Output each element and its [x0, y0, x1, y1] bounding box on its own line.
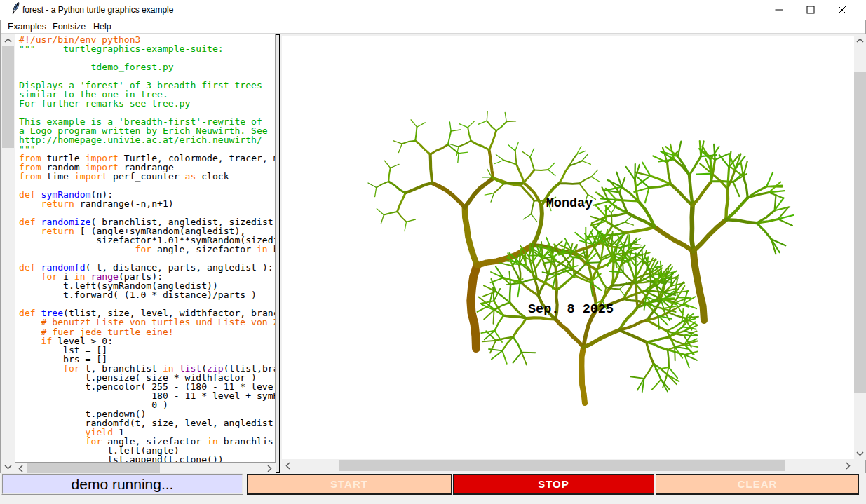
tree-branch	[689, 156, 701, 175]
tree-branch	[650, 176, 670, 184]
tree-branch	[484, 310, 494, 319]
code-line: return randrange(-n,n+1)	[19, 199, 276, 208]
canvas-hscroll-thumb[interactable]	[339, 460, 785, 471]
tree-branch	[504, 183, 525, 184]
tree-branch	[579, 177, 591, 184]
minimize-icon	[775, 6, 783, 14]
tree-branch	[432, 183, 465, 207]
tree-branch	[658, 315, 659, 329]
code-horizontal-scrollbar[interactable]	[15, 463, 276, 474]
tree-branch	[502, 350, 506, 363]
tree-branch	[398, 212, 407, 222]
tree-branch	[522, 353, 536, 353]
title-bar[interactable]: forest - a Python turtle graphics exampl…	[0, 0, 866, 20]
tree-branch	[381, 215, 384, 224]
menu-help[interactable]: Help	[89, 20, 116, 33]
tree-branch	[496, 122, 507, 131]
code-hscroll-thumb[interactable]	[27, 463, 160, 474]
menu-bar: Examples Fontsize Help	[1, 20, 865, 34]
tree-branch	[645, 188, 649, 203]
tree-branch	[610, 271, 623, 273]
tree-branch	[650, 271, 651, 289]
tree-branch	[533, 206, 542, 245]
tree-branch	[575, 233, 586, 241]
tree-branch	[508, 144, 515, 151]
tree-branch	[612, 222, 625, 227]
tree-branch	[649, 184, 671, 188]
tree-branch	[694, 219, 726, 251]
tree-branch	[458, 154, 459, 163]
tree-branch	[388, 168, 390, 182]
tree-branch	[632, 244, 642, 245]
tree-branch	[513, 337, 522, 353]
code-vertical-scrollbar[interactable]	[2, 34, 14, 473]
canvas-horizontal-scrollbar[interactable]	[282, 460, 854, 471]
tree-branch	[506, 121, 515, 122]
tree-branch	[468, 121, 475, 128]
stop-button[interactable]: STOP	[453, 474, 654, 495]
tree-branch	[743, 177, 747, 198]
tree-branch	[465, 207, 478, 266]
tree-branch	[668, 350, 684, 355]
canvas-text: Sep. 8 2025	[528, 302, 614, 317]
tree-branch	[526, 318, 555, 319]
tree-branch	[611, 213, 612, 227]
tree-branch	[451, 130, 460, 131]
tree-branch	[557, 275, 574, 290]
tree-branch	[668, 350, 669, 367]
clear-button[interactable]: CLEAR	[656, 474, 859, 495]
code-line: from time import perf_counter as clock	[19, 172, 276, 181]
tree-branch	[616, 200, 638, 201]
tree-branch	[505, 112, 506, 121]
menu-fontsize[interactable]: Fontsize	[48, 20, 90, 33]
tree-branch	[398, 193, 406, 212]
tree-branch	[532, 214, 537, 222]
tree-branch	[482, 341, 496, 342]
tree-branch	[375, 188, 377, 197]
tree-branch	[676, 284, 677, 297]
tree-branch	[661, 298, 675, 299]
window-title: forest - a Python turtle graphics exampl…	[22, 0, 173, 20]
scroll-down-icon	[4, 464, 12, 470]
tree-branch	[431, 144, 448, 154]
close-button[interactable]	[826, 0, 858, 20]
tree-branch	[407, 219, 416, 222]
tree-branch	[532, 200, 534, 214]
code-line: """ turtlegraphics-example-suite:	[19, 44, 276, 53]
tree-branch	[595, 205, 606, 217]
tree-branch	[636, 267, 637, 285]
tree-branch	[491, 278, 503, 282]
tree-branch	[696, 174, 712, 175]
tree-branch	[368, 183, 377, 188]
tree-branch	[384, 161, 390, 168]
tree-branch	[692, 206, 694, 252]
minimize-button[interactable]	[763, 0, 794, 20]
tree-branch	[517, 165, 525, 184]
tree-branch	[625, 227, 655, 233]
tree-branch	[399, 144, 402, 153]
tree-branch	[522, 353, 527, 365]
pane-sash[interactable]	[276, 34, 280, 473]
canvas-vscroll-thumb[interactable]	[854, 72, 866, 393]
source-code-view[interactable]: #!/usr/bin/env python3""" turtlegraphics…	[15, 34, 276, 463]
tree-branch	[391, 164, 399, 168]
tree-branch	[757, 223, 771, 239]
tree-branch	[625, 217, 632, 222]
tree-branch	[596, 270, 606, 288]
maximize-button[interactable]	[794, 0, 826, 20]
tree-branch	[601, 199, 616, 200]
tree-branch	[555, 267, 557, 290]
canvas-vertical-scrollbar[interactable]	[854, 34, 866, 460]
tree-branch	[625, 222, 634, 225]
tree-branch	[415, 141, 430, 155]
tree-branch	[642, 250, 643, 264]
tree-branch	[513, 264, 526, 265]
code-vscroll-thumb[interactable]	[2, 46, 14, 148]
tree-branch	[499, 263, 513, 266]
menu-examples[interactable]: Examples	[4, 20, 50, 33]
tree-branch	[628, 263, 635, 279]
tree-branch	[677, 297, 691, 298]
tree-branch	[694, 251, 704, 320]
start-button[interactable]: START	[247, 474, 452, 495]
tree-branch	[515, 142, 519, 151]
